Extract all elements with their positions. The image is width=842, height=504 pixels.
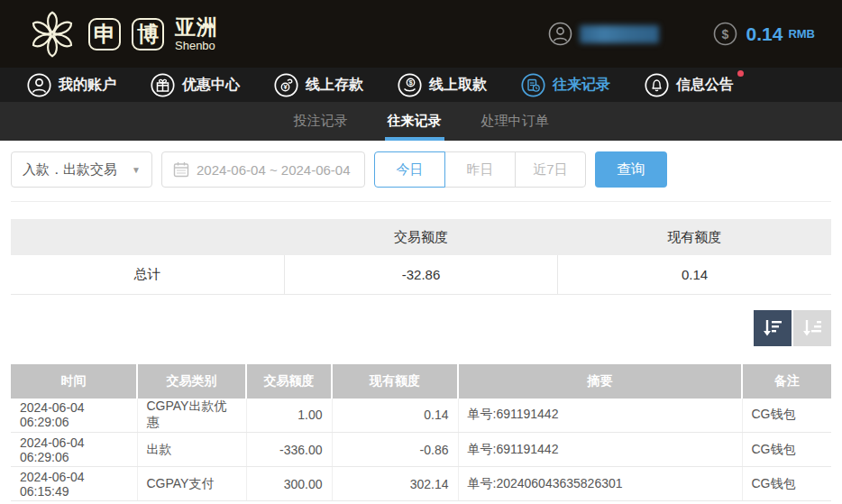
sort-ascending-button[interactable] bbox=[793, 310, 831, 346]
table-row: 2024-06-04 06:29:06CGPAY出款优惠1.000.14单号:6… bbox=[11, 399, 831, 433]
records-icon bbox=[521, 73, 545, 97]
table-cell: 单号:691191442 bbox=[458, 399, 742, 433]
nav-label: 我的账户 bbox=[59, 76, 116, 95]
nav-label: 线上取款 bbox=[429, 76, 487, 95]
table-cell: CGPAY出款优惠 bbox=[137, 399, 246, 433]
table-row: 2024-06-04 06:29:06出款-336.00-0.86单号:6911… bbox=[11, 433, 831, 467]
today-button[interactable]: 今日 bbox=[374, 151, 445, 188]
sort-descending-icon bbox=[762, 318, 783, 338]
table-cell: 300.00 bbox=[246, 467, 332, 501]
table-cell: CG钱包 bbox=[742, 399, 831, 433]
deposit-icon: ¥ bbox=[274, 73, 298, 97]
summary-table: 交易额度 现有额度 总计 -32.86 0.14 bbox=[11, 219, 831, 295]
summary-transaction-amount: -32.86 bbox=[284, 255, 557, 294]
nav-item-deposit[interactable]: ¥ 线上存款 bbox=[274, 73, 363, 97]
summary-current-balance: 0.14 bbox=[558, 255, 831, 294]
date-range-input[interactable]: 2024-06-04 ~ 2024-06-04 bbox=[161, 151, 365, 188]
account-icon bbox=[27, 73, 51, 97]
username-blurred bbox=[580, 25, 659, 43]
select-value: 入款．出款交易 bbox=[23, 161, 117, 179]
nav-item-announcements[interactable]: 信息公告 bbox=[645, 73, 734, 97]
table-cell: CG钱包 bbox=[742, 433, 831, 467]
main-navigation: 我的账户 优惠中心 ¥ 线上存款 $ 线上取款 bbox=[0, 68, 842, 102]
section-divider bbox=[11, 201, 831, 202]
table-row: 2024-06-04 06:15:49CGPAY支付300.00302.14单号… bbox=[11, 467, 831, 501]
nav-item-promotions[interactable]: 优惠中心 bbox=[151, 73, 240, 97]
table-cell: 1.00 bbox=[246, 399, 332, 433]
table-cell: 2024-06-04 06:29:06 bbox=[11, 433, 137, 467]
balance-currency: RMB bbox=[788, 27, 815, 41]
table-cell: -336.00 bbox=[246, 433, 332, 467]
table-cell: 2024-06-04 06:15:49 bbox=[11, 467, 137, 501]
record-subtabs: 投注记录 往来记录 处理中订单 bbox=[0, 102, 842, 141]
table-cell: 出款 bbox=[137, 433, 246, 467]
withdraw-icon: $ bbox=[398, 73, 422, 97]
logo-region-en: Shenbo bbox=[175, 40, 218, 51]
table-cell: 0.14 bbox=[332, 399, 458, 433]
table-cell: 302.14 bbox=[332, 467, 458, 501]
logo-char-bo: 博 bbox=[132, 18, 164, 50]
balance-amount: 0.14 bbox=[746, 23, 783, 45]
summary-header-empty bbox=[11, 219, 284, 255]
gift-icon bbox=[151, 73, 175, 97]
summary-header-balance: 现有额度 bbox=[558, 219, 831, 255]
table-header-row: 时间 交易类别 交易额度 现有额度 摘要 备注 bbox=[11, 364, 831, 399]
transactions-table: 时间 交易类别 交易额度 现有额度 摘要 备注 2024-06-04 06:29… bbox=[11, 364, 831, 502]
yesterday-button[interactable]: 昨日 bbox=[444, 151, 516, 188]
nav-label: 往来记录 bbox=[553, 76, 610, 95]
table-cell: 单号:202406043635826301 bbox=[458, 467, 742, 501]
top-header: 申 博 亚洲 Shenbo $ 0.14 RMB bbox=[0, 0, 842, 68]
col-header-summary: 摘要 bbox=[458, 364, 742, 399]
main-content: 入款．出款交易 ▼ 2024-06-04 ~ 2024-06-04 今日 昨日 … bbox=[0, 151, 842, 501]
sort-ascending-icon bbox=[801, 318, 823, 338]
balance-display[interactable]: $ 0.14 RMB bbox=[713, 22, 815, 46]
table-cell: 单号:691191442 bbox=[458, 433, 742, 467]
sort-controls bbox=[11, 310, 831, 346]
notification-dot bbox=[737, 70, 744, 77]
quick-date-button-group: 今日 昨日 近7日 bbox=[374, 151, 586, 188]
summary-header-transaction: 交易额度 bbox=[284, 219, 557, 255]
col-header-time: 时间 bbox=[11, 364, 137, 399]
logo-region-cn: 亚洲 bbox=[175, 17, 218, 38]
col-header-balance: 现有额度 bbox=[332, 364, 458, 399]
summary-total-row: 总计 -32.86 0.14 bbox=[11, 255, 831, 294]
table-cell: CGPAY支付 bbox=[137, 467, 246, 501]
table-body: 2024-06-04 06:29:06CGPAY出款优惠1.000.14单号:6… bbox=[11, 399, 831, 501]
logo-char-shen: 申 bbox=[88, 18, 121, 50]
nav-item-withdraw[interactable]: $ 线上取款 bbox=[398, 73, 487, 97]
filter-toolbar: 入款．出款交易 ▼ 2024-06-04 ~ 2024-06-04 今日 昨日 … bbox=[11, 151, 831, 188]
last-7-days-button[interactable]: 近7日 bbox=[515, 151, 586, 188]
nav-label: 信息公告 bbox=[676, 76, 734, 95]
summary-total-label: 总计 bbox=[11, 255, 284, 294]
chevron-down-icon: ▼ bbox=[132, 165, 141, 175]
bell-icon bbox=[645, 73, 669, 97]
table-cell: -0.86 bbox=[332, 433, 458, 467]
tab-transaction-records[interactable]: 往来记录 bbox=[388, 102, 442, 141]
user-avatar-icon bbox=[548, 22, 572, 46]
transaction-type-select[interactable]: 入款．出款交易 ▼ bbox=[11, 151, 152, 188]
tab-pending-orders[interactable]: 处理中订单 bbox=[481, 102, 549, 141]
user-account-chip[interactable] bbox=[548, 22, 659, 46]
nav-label: 线上存款 bbox=[306, 76, 363, 95]
nav-item-transaction-records[interactable]: 往来记录 bbox=[521, 73, 610, 97]
date-range-value: 2024-06-04 ~ 2024-06-04 bbox=[197, 162, 351, 178]
brand-logo[interactable]: 申 博 亚洲 Shenbo bbox=[27, 9, 218, 60]
calendar-icon bbox=[173, 161, 189, 178]
logo-region: 亚洲 Shenbo bbox=[175, 17, 218, 51]
nav-item-my-account[interactable]: 我的账户 bbox=[27, 73, 116, 97]
search-button[interactable]: 查询 bbox=[595, 151, 667, 188]
col-header-remark: 备注 bbox=[742, 364, 831, 399]
col-header-amount: 交易额度 bbox=[246, 364, 332, 399]
tab-betting-records[interactable]: 投注记录 bbox=[294, 102, 348, 141]
table-cell: 2024-06-04 06:29:06 bbox=[11, 399, 137, 433]
lotus-flower-icon bbox=[27, 9, 78, 60]
nav-label: 优惠中心 bbox=[182, 76, 240, 95]
table-cell: CG钱包 bbox=[742, 467, 831, 501]
sort-descending-button[interactable] bbox=[754, 310, 792, 346]
coin-dollar-icon: $ bbox=[713, 22, 737, 46]
col-header-type: 交易类别 bbox=[137, 364, 246, 399]
svg-text:$: $ bbox=[721, 27, 728, 41]
